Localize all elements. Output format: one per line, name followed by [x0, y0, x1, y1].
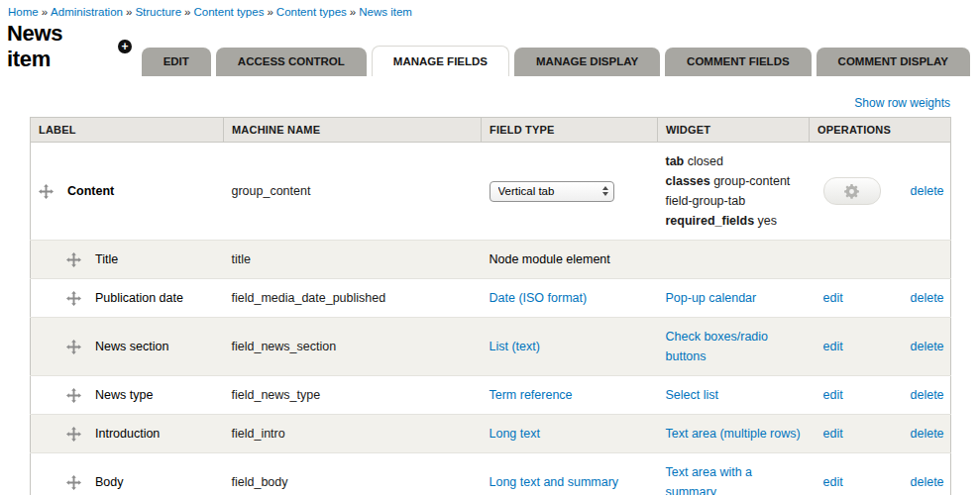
delete-link[interactable]: delete: [911, 475, 944, 489]
table-header-row: LABEL MACHINE NAME FIELD TYPE WIDGET OPE…: [31, 118, 951, 143]
widget-link[interactable]: Pop-up calendar: [666, 291, 757, 305]
field-label: News section: [95, 337, 168, 356]
delete-link[interactable]: delete: [911, 184, 944, 198]
breadcrumb-separator: »: [42, 6, 48, 18]
field-label: News type: [95, 385, 153, 405]
widget-prop: classes group-content field-group-tab: [666, 171, 802, 211]
edit-link[interactable]: edit: [823, 475, 843, 489]
group-settings-button[interactable]: [823, 177, 881, 205]
delete-link[interactable]: delete: [911, 427, 944, 441]
widget-link[interactable]: Select list: [666, 388, 719, 402]
table-row-title: Title title Node module element: [31, 241, 951, 279]
format-select-value: Vertical tab: [498, 181, 599, 201]
field-label: Title: [95, 249, 118, 269]
edit-link[interactable]: edit: [823, 291, 843, 305]
table-row-publication-date: Publication date field_media_date_publis…: [31, 279, 951, 318]
field-label: Content: [67, 181, 114, 201]
machine-name: title: [224, 241, 482, 279]
breadcrumb-link-news-item[interactable]: News item: [359, 6, 412, 18]
breadcrumb-link-home[interactable]: Home: [8, 6, 39, 18]
field-type-text: Node module element: [490, 252, 610, 266]
machine-name: field_body: [224, 453, 482, 495]
table-row-body: Body field_body Long text and summary Te…: [31, 453, 951, 495]
machine-name: field_media_date_published: [224, 279, 482, 318]
widget-link[interactable]: Text area with a summary: [666, 465, 753, 495]
header-field-type: FIELD TYPE: [482, 118, 658, 143]
widget-prop: tab closed: [666, 151, 802, 171]
header-widget: WIDGET: [658, 118, 810, 143]
row-weights-container: Show row weights: [30, 96, 950, 110]
select-arrows-icon: [602, 186, 608, 197]
tab-access-control[interactable]: ACCESS CONTROL: [216, 48, 367, 76]
breadcrumb-link-structure[interactable]: Structure: [135, 6, 181, 18]
drag-handle-icon[interactable]: [39, 184, 54, 199]
add-shortcut-icon[interactable]: +: [118, 40, 131, 53]
breadcrumb-separator: »: [184, 6, 190, 18]
delete-link[interactable]: delete: [911, 291, 944, 305]
page-title-wrap: News item +: [7, 21, 132, 72]
gear-icon: [844, 184, 859, 199]
tab-bar: EDIT ACCESS CONTROL MANAGE FIELDS MANAGE…: [142, 46, 970, 76]
field-type-link[interactable]: List (text): [490, 340, 540, 353]
format-select[interactable]: Vertical tab: [490, 181, 614, 202]
title-tab-bar: News item + EDIT ACCESS CONTROL MANAGE F…: [0, 21, 980, 76]
delete-link[interactable]: delete: [911, 388, 944, 402]
drag-handle-icon[interactable]: [66, 340, 81, 354]
field-label: Introduction: [95, 424, 160, 444]
tab-comment-fields[interactable]: COMMENT FIELDS: [665, 48, 812, 76]
table-row-introduction: Introduction field_intro Long text Text …: [31, 415, 951, 453]
breadcrumb-separator: »: [267, 6, 272, 18]
breadcrumb-separator: »: [350, 6, 356, 18]
drag-handle-icon[interactable]: [66, 427, 81, 442]
breadcrumb-separator: »: [126, 6, 132, 18]
breadcrumb-link-administration[interactable]: Administration: [51, 6, 123, 18]
header-operations: OPERATIONS: [810, 118, 951, 143]
widget-link[interactable]: Check boxes/radio buttons: [666, 330, 769, 363]
field-type-link[interactable]: Date (ISO format): [490, 291, 588, 305]
manage-fields-table: LABEL MACHINE NAME FIELD TYPE WIDGET OPE…: [30, 117, 951, 495]
delete-link[interactable]: delete: [911, 340, 944, 353]
machine-name: field_intro: [224, 415, 482, 453]
edit-link[interactable]: edit: [823, 388, 843, 402]
page-title: News item: [7, 21, 107, 72]
table-row-content-group: Content group_content Vertical tab tab c…: [31, 143, 951, 241]
field-label: Publication date: [95, 288, 183, 308]
breadcrumb-link-content-types-2[interactable]: Content types: [276, 6, 347, 18]
header-label: LABEL: [31, 118, 224, 143]
widget-link[interactable]: Text area (multiple rows): [666, 427, 801, 441]
edit-link[interactable]: edit: [823, 340, 843, 353]
machine-name: field_news_section: [224, 318, 482, 376]
table-row-news-section: News section field_news_section List (te…: [31, 318, 951, 376]
tab-manage-fields[interactable]: MANAGE FIELDS: [372, 46, 509, 76]
machine-name: group_content: [224, 143, 482, 241]
drag-handle-icon[interactable]: [66, 475, 81, 490]
field-type-link[interactable]: Long text: [490, 427, 540, 441]
drag-handle-icon[interactable]: [66, 388, 81, 403]
widget-prop: required_fields yes: [666, 211, 802, 231]
breadcrumb-link-content-types[interactable]: Content types: [193, 6, 264, 18]
field-label: Body: [95, 472, 124, 492]
tab-manage-display[interactable]: MANAGE DISPLAY: [514, 48, 660, 76]
machine-name: field_news_type: [224, 376, 482, 415]
edit-link[interactable]: edit: [823, 427, 843, 441]
field-type-link[interactable]: Long text and summary: [490, 475, 619, 489]
field-type-link[interactable]: Term reference: [490, 388, 573, 402]
show-row-weights-link[interactable]: Show row weights: [854, 96, 950, 110]
drag-handle-icon[interactable]: [66, 252, 81, 267]
header-machine-name: MACHINE NAME: [224, 118, 482, 143]
tab-edit[interactable]: EDIT: [142, 48, 211, 76]
table-row-news-type: News type field_news_type Term reference…: [31, 376, 951, 415]
tab-comment-display[interactable]: COMMENT DISPLAY: [817, 48, 970, 76]
breadcrumb: Home»Administration»Structure»Content ty…: [0, 0, 980, 20]
drag-handle-icon[interactable]: [66, 291, 81, 306]
